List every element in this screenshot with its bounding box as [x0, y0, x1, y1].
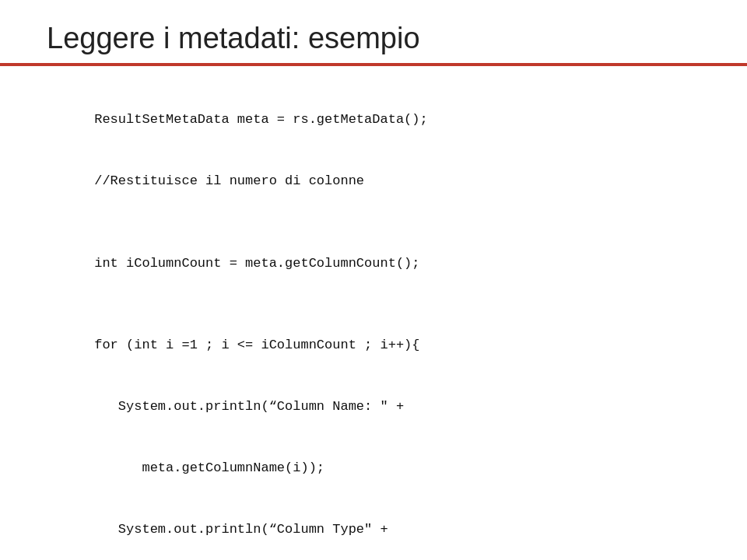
title-bar: Leggere i metadati: esempio [0, 0, 747, 66]
code-line-7: System.out.println(“Column Type" + [94, 522, 388, 537]
slide: Leggere i metadati: esempio ResultSetMet… [0, 0, 747, 560]
code-line-3: int iColumnCount = meta.getColumnCount()… [94, 256, 419, 271]
code-line-5: System.out.println(“Column Name: " + [94, 399, 404, 414]
code-block: ResultSetMetaData meta = rs.getMetaData(… [47, 89, 700, 560]
code-line-2: //Restituisce il numero di colonne [94, 173, 364, 188]
content-area: ResultSetMetaData meta = rs.getMetaData(… [0, 66, 747, 560]
code-line-4: for (int i =1 ; i <= iColumnCount ; i++)… [94, 338, 419, 352]
code-line-1: ResultSetMetaData meta = rs.getMetaData(… [94, 112, 427, 127]
code-line-6: meta.getColumnName(i)); [94, 460, 324, 475]
slide-title: Leggere i metadati: esempio [47, 22, 700, 55]
